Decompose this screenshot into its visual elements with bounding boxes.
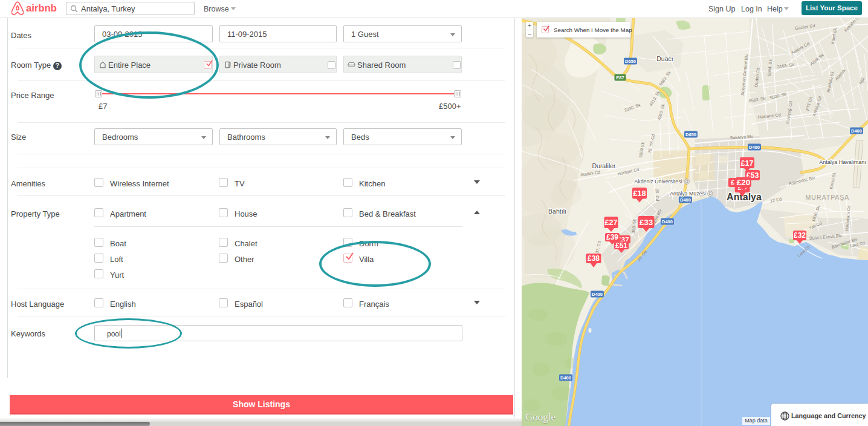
svg-text:20. Cd: 20. Cd <box>655 188 659 201</box>
svg-text:D400: D400 <box>560 375 571 381</box>
svg-text:£: £ <box>731 179 734 186</box>
svg-text:£27: £27 <box>605 218 618 227</box>
svg-text:£32: £32 <box>794 231 806 240</box>
svg-text:£20: £20 <box>737 178 751 187</box>
svg-text:£33: £33 <box>640 218 653 227</box>
svg-text:D400: D400 <box>749 145 760 150</box>
svg-text:Duraliler: Duraliler <box>592 162 616 169</box>
svg-text:£18: £18 <box>633 189 646 198</box>
svg-text:D400: D400 <box>851 128 862 134</box>
svg-text:D650: D650 <box>625 59 636 64</box>
svg-text:MURATPAŞA: MURATPAŞA <box>806 194 850 201</box>
svg-text:D400: D400 <box>680 197 691 203</box>
svg-text:D400: D400 <box>662 219 673 224</box>
svg-text:D650: D650 <box>685 132 696 137</box>
svg-text:£39: £39 <box>606 233 618 241</box>
svg-text:£38: £38 <box>588 254 600 263</box>
svg-text:E87: E87 <box>616 75 624 80</box>
svg-text:D400: D400 <box>592 292 603 297</box>
svg-text:Bahtılı: Bahtılı <box>548 208 566 215</box>
svg-text:Antalya Müzesi: Antalya Müzesi <box>670 191 706 197</box>
svg-text:Antalya Havalimanı: Antalya Havalimanı <box>819 159 866 165</box>
svg-text:Duacı: Duacı <box>656 55 673 62</box>
svg-text:£17: £17 <box>741 159 754 168</box>
svg-text:£51: £51 <box>615 241 627 250</box>
svg-text:Akdeniz Üniversitesi: Akdeniz Üniversitesi <box>634 179 682 185</box>
